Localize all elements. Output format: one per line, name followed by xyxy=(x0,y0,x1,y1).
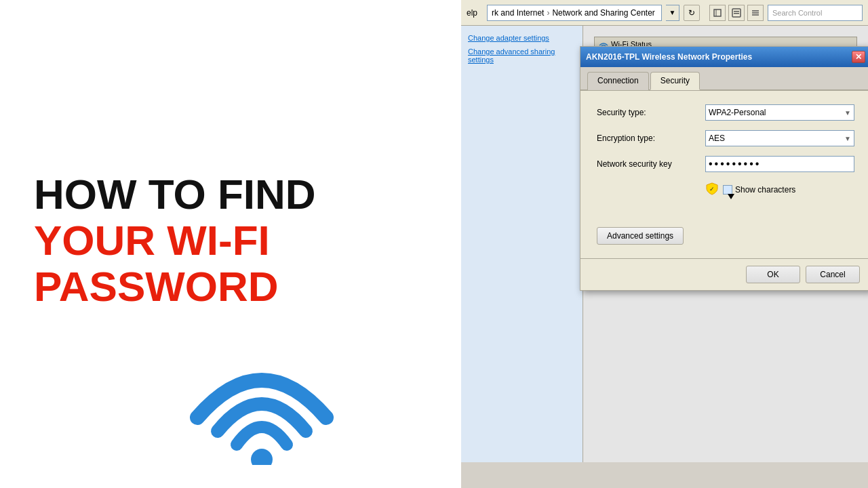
show-characters-row: ✓ Show characters xyxy=(597,182,854,197)
svg-text:✓: ✓ xyxy=(709,186,715,192)
cancel-button[interactable]: Cancel xyxy=(806,266,860,283)
wireless-properties-dialog: AKN2016-TPL Wireless Network Properties … xyxy=(580,46,868,291)
search-placeholder: Search Control xyxy=(772,9,822,17)
show-characters-checkbox[interactable] xyxy=(723,185,732,195)
dialog-body: Security type: WPA2-Personal ▼ Encryptio… xyxy=(580,91,868,220)
sidebar-item-1[interactable]: Change adapter settings xyxy=(468,33,576,43)
headline-line3: PASSWORD xyxy=(34,264,316,310)
svg-rect-5 xyxy=(734,13,739,14)
dialog-title: AKN2016-TPL Wireless Network Properties xyxy=(586,52,752,62)
security-type-label: Security type: xyxy=(597,108,705,117)
advanced-settings-button[interactable]: Advanced settings xyxy=(597,227,684,245)
security-type-value: WPA2-Personal xyxy=(709,108,766,117)
network-key-label: Network security key xyxy=(597,159,705,169)
encryption-type-control: AES ▼ xyxy=(705,130,854,146)
sidebar-item-2[interactable]: Change advanced sharing settings xyxy=(468,46,576,65)
sidebar-content: Change adapter settings Change advanced … xyxy=(468,33,576,65)
breadcrumb-arrow: › xyxy=(547,8,549,18)
dialog-close-button[interactable]: ✕ xyxy=(852,51,865,63)
dialog-tabs: Connection Security xyxy=(580,67,868,91)
headline-line1: HOW TO FIND xyxy=(34,171,316,218)
left-panel: HOW TO FIND YOUR WI-FI PASSWORD xyxy=(0,0,461,488)
dialog-titlebar: AKN2016-TPL Wireless Network Properties … xyxy=(580,47,868,67)
tab-connection[interactable]: Connection xyxy=(587,72,649,90)
svg-point-0 xyxy=(251,449,273,465)
right-panel: elp rk and Internet › Network and Sharin… xyxy=(461,0,868,488)
breadcrumb-main: Network and Sharing Center xyxy=(552,8,654,18)
cursor-icon xyxy=(728,194,734,199)
toolbar-icon-3[interactable] xyxy=(747,5,764,21)
breadcrumb[interactable]: rk and Internet › Network and Sharing Ce… xyxy=(487,5,662,21)
ok-button[interactable]: OK xyxy=(746,266,800,283)
headline-line2: YOUR WI-FI xyxy=(34,218,316,264)
encryption-type-select[interactable]: AES ▼ xyxy=(705,130,854,146)
svg-rect-1 xyxy=(714,9,721,16)
encryption-type-arrow: ▼ xyxy=(844,135,851,142)
tab-security[interactable]: Security xyxy=(650,72,700,90)
search-control[interactable]: Search Control xyxy=(768,5,863,21)
sidebar: Change adapter settings Change advanced … xyxy=(461,26,583,462)
dialog-overlay: AKN2016-TPL Wireless Network Properties … xyxy=(583,26,868,462)
dialog-advanced-section: Advanced settings xyxy=(580,220,868,258)
toolbar-icon-1[interactable] xyxy=(709,5,726,21)
shield-icon: ✓ xyxy=(705,182,719,197)
network-key-control xyxy=(705,156,854,172)
address-bar: elp rk and Internet › Network and Sharin… xyxy=(461,0,868,26)
toolbar-icon-2[interactable] xyxy=(728,5,745,21)
main-content: Change adapter settings Change advanced … xyxy=(461,26,868,462)
security-type-control: WPA2-Personal ▼ xyxy=(705,104,854,121)
center-content: Wi-Fi Status ections Internet Wi-Fi (A r… xyxy=(583,26,868,462)
show-characters-label: Show characters xyxy=(735,185,795,195)
encryption-type-label: Encryption type: xyxy=(597,134,705,143)
network-key-input[interactable] xyxy=(705,156,854,172)
network-key-row: Network security key xyxy=(597,156,854,172)
security-type-select[interactable]: WPA2-Personal ▼ xyxy=(705,104,854,121)
svg-rect-4 xyxy=(734,11,739,12)
help-label: elp xyxy=(467,8,477,18)
security-type-row: Security type: WPA2-Personal ▼ xyxy=(597,104,854,121)
encryption-type-value: AES xyxy=(709,134,725,143)
refresh-button[interactable]: ↻ xyxy=(684,5,700,21)
dialog-footer: OK Cancel xyxy=(580,258,868,290)
headline: HOW TO FIND YOUR WI-FI PASSWORD xyxy=(34,171,316,310)
breadcrumb-prefix: rk and Internet xyxy=(492,8,544,18)
breadcrumb-dropdown[interactable]: ▼ xyxy=(666,5,679,21)
security-type-arrow: ▼ xyxy=(844,109,851,117)
encryption-type-row: Encryption type: AES ▼ xyxy=(597,130,854,146)
wifi-icon xyxy=(184,329,340,468)
